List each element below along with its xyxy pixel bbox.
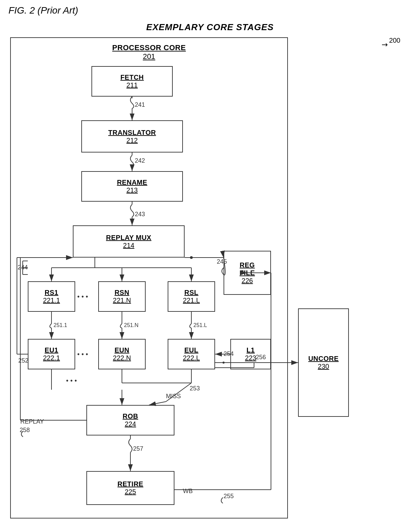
fig-label: FIG. 2 (Prior Art) (8, 5, 78, 16)
rsl-block: RSL 221.L (168, 281, 215, 312)
reg-file-block: REG FILE 226 (224, 251, 271, 295)
main-title: EXEMPLARY CORE STAGES (0, 22, 420, 33)
translator-block: TRANSLATOR 212 (81, 120, 183, 152)
processor-core-label: PROCESSOR CORE 201 (10, 43, 288, 61)
l1-block: L1 223 (230, 339, 271, 369)
eu1-block: EU1 222.1 (28, 339, 75, 369)
rob-block: ROB 224 (86, 405, 174, 435)
rsn-block: RSN 221.N (98, 281, 146, 312)
ref-200: 200 (389, 37, 400, 44)
rs1-block: RS1 221.1 (28, 281, 75, 312)
arrow-200-icon: ↙ (379, 40, 390, 50)
retire-block: RETIRE 225 (86, 471, 174, 505)
uncore-block: UNCORE 230 (298, 308, 349, 417)
eul-block: EUL 222.L (168, 339, 215, 369)
eun-block: EUN 222.N (98, 339, 146, 369)
rename-block: RENAME 213 (81, 171, 183, 202)
fetch-block: FETCH 211 (91, 66, 173, 97)
replay-mux-block: REPLAY MUX 214 (73, 225, 185, 258)
